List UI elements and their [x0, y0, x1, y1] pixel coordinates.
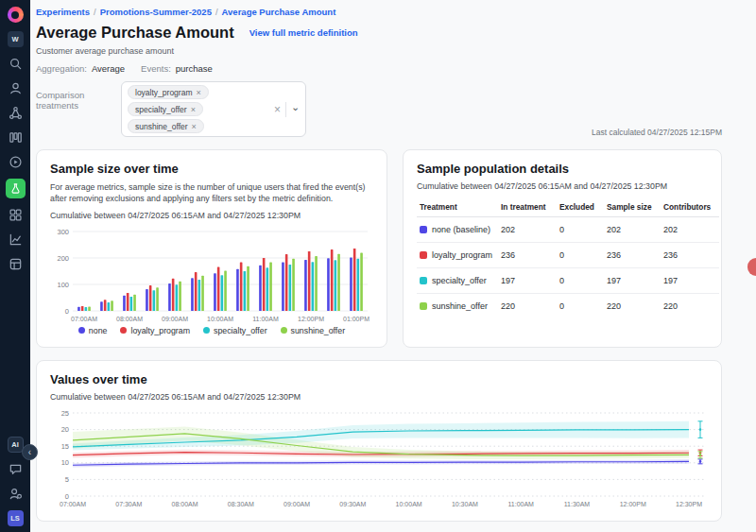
columns-icon[interactable]	[8, 129, 24, 146]
chip-remove-icon[interactable]: ×	[196, 88, 200, 97]
svg-text:09:30AM: 09:30AM	[339, 501, 366, 507]
values-over-time-card: Values over time Cumulative between 04/2…	[36, 360, 722, 522]
metric-subtitle: Customer average purchase amount	[36, 46, 722, 56]
comparison-treatments-select[interactable]: loyalty_program × specialty_offer × suns…	[121, 81, 306, 137]
card-description: For average metrics, sample size is the …	[50, 181, 373, 205]
sample-size-value: 236	[604, 243, 661, 268]
svg-text:10: 10	[61, 458, 69, 467]
play-circle-icon[interactable]	[8, 154, 24, 170]
legend-item[interactable]: loyalty_program	[120, 326, 190, 335]
in-treatment-value: 220	[498, 294, 557, 319]
svg-text:07:00AM: 07:00AM	[60, 501, 86, 507]
in-treatment-value: 197	[498, 268, 557, 294]
user-badge[interactable]: LS	[8, 510, 24, 526]
layout-table-icon[interactable]	[8, 256, 24, 272]
svg-text:10:30AM: 10:30AM	[452, 501, 478, 507]
breadcrumb-experiments[interactable]: Experiments	[36, 7, 90, 17]
cumulative-range: Cumulative between 04/27/2025 06:15AM an…	[417, 181, 708, 191]
svg-text:20: 20	[61, 425, 69, 434]
svg-text:12:00PM: 12:00PM	[620, 501, 646, 507]
user-settings-icon[interactable]	[8, 486, 24, 502]
col-treatment: Treatment	[417, 198, 498, 217]
breadcrumb: Experiments / Promotions-Summer-2025 / A…	[36, 7, 722, 17]
chip-remove-icon[interactable]: ×	[191, 105, 196, 114]
chart-legend: noneloyalty_programspecialty_offersunshi…	[50, 326, 373, 335]
treatment-name: sunshine_offer	[432, 301, 488, 311]
chip-label: sunshine_offer	[135, 122, 188, 131]
chip-loyalty-program[interactable]: loyalty_program ×	[128, 85, 209, 99]
sample-size-value: 220	[604, 294, 661, 319]
col-contributors: Contributors	[661, 198, 719, 217]
breadcrumb-experiment-name[interactable]: Promotions-Summer-2025	[100, 7, 212, 17]
search-icon[interactable]	[8, 56, 24, 72]
population-table: Treatment In treatment Excluded Sample s…	[417, 198, 719, 318]
legend-item[interactable]: none	[78, 326, 108, 335]
table-row: loyalty_program 236 0 236 236	[417, 243, 719, 268]
contributors-value: 202	[661, 217, 719, 243]
chip-remove-icon[interactable]: ×	[192, 122, 197, 131]
legend-label: specialty_offer	[214, 326, 267, 335]
legend-label: loyalty_program	[130, 326, 190, 335]
excluded-value: 0	[557, 268, 604, 294]
sample-size-bar-chart: 010020030007:00AM08:00AM09:00AM10:00AM11…	[50, 224, 371, 324]
svg-text:11:30AM: 11:30AM	[564, 501, 591, 507]
title-row: Average Purchase Amount View full metric…	[36, 24, 722, 42]
table-row: sunshine_offer 220 0 220 220	[417, 294, 719, 319]
sample-size-card: Sample size over time For average metric…	[36, 149, 387, 348]
ai-badge[interactable]: AI	[8, 437, 24, 453]
sample-size-value: 197	[604, 268, 661, 294]
in-treatment-value: 236	[498, 243, 557, 268]
user-icon[interactable]	[8, 80, 24, 96]
view-metric-definition-link[interactable]: View full metric definition	[249, 27, 358, 38]
chat-icon[interactable]	[8, 461, 24, 477]
graph-nodes-icon[interactable]	[8, 105, 24, 121]
svg-text:200: 200	[57, 253, 69, 262]
clear-selection-icon[interactable]: ×	[274, 103, 281, 116]
treatment-name: none (baseline)	[432, 225, 490, 234]
app-logo[interactable]	[8, 7, 24, 23]
legend-item[interactable]: specialty_offer	[203, 326, 267, 335]
aggregation-row: Aggregation: Average Events: purchase	[36, 63, 722, 74]
chip-specialty-offer[interactable]: specialty_offer ×	[128, 102, 203, 116]
legend-label: none	[89, 326, 108, 335]
comparison-treatments-label: Comparison treatments	[36, 90, 121, 111]
series-swatch	[420, 302, 427, 310]
experiments-icon[interactable]	[6, 179, 26, 198]
svg-text:11:00AM: 11:00AM	[507, 501, 534, 507]
svg-text:25: 25	[61, 408, 69, 417]
svg-text:10:00AM: 10:00AM	[207, 316, 233, 322]
breadcrumb-separator: /	[94, 7, 96, 17]
svg-text:0: 0	[65, 491, 69, 500]
svg-text:11:00AM: 11:00AM	[252, 316, 279, 322]
table-row: specialty_offer 197 0 197 197	[417, 268, 719, 294]
contributors-value: 197	[661, 268, 719, 294]
chip-label: specialty_offer	[135, 105, 187, 114]
cumulative-range: Cumulative between 04/27/2025 06:15AM an…	[50, 392, 708, 402]
aggregation-label: Aggregation:	[36, 63, 87, 74]
excluded-value: 0	[557, 243, 604, 268]
sample-size-value: 202	[604, 217, 661, 243]
series-swatch	[420, 277, 427, 284]
sample-population-card: Sample population details Cumulative bet…	[403, 149, 722, 348]
events-value: purchase	[176, 63, 213, 74]
breadcrumb-separator: /	[215, 7, 218, 17]
page-title: Average Purchase Amount	[36, 24, 234, 42]
card-title: Sample population details	[417, 162, 708, 176]
col-sample-size: Sample size	[604, 198, 661, 217]
workspace-badge[interactable]: W	[8, 31, 24, 47]
breadcrumb-current: Average Purchase Amount	[222, 7, 336, 17]
chart-line-icon[interactable]	[8, 232, 24, 248]
chevron-down-icon[interactable]: ⌄	[291, 101, 300, 113]
chip-sunshine-offer[interactable]: sunshine_offer ×	[128, 119, 204, 133]
legend-dot	[120, 327, 127, 334]
legend-dot	[78, 327, 85, 334]
card-title: Values over time	[50, 372, 708, 386]
grid-icon[interactable]	[8, 207, 24, 223]
svg-text:09:00AM: 09:00AM	[284, 501, 310, 507]
svg-text:07:00AM: 07:00AM	[71, 316, 97, 322]
top-cards-row: Sample size over time For average metric…	[36, 149, 722, 348]
svg-text:01:00PM: 01:00PM	[343, 316, 369, 322]
in-treatment-value: 202	[498, 217, 557, 243]
sidebar-collapse-handle[interactable]: ‹	[22, 444, 38, 460]
legend-item[interactable]: sunshine_offer	[281, 326, 346, 335]
